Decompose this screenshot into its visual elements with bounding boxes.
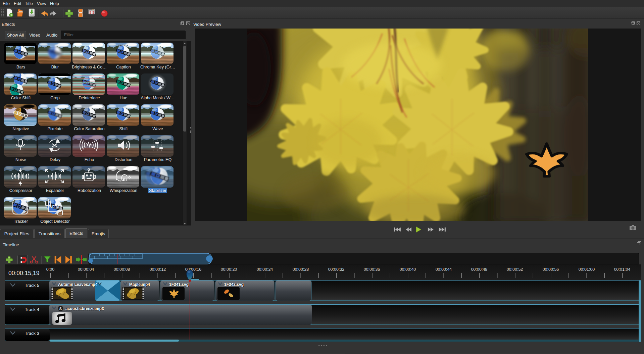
svg-text:ABC 123: ABC 123: [118, 44, 128, 47]
svg-text:BETA: BETA: [49, 205, 60, 209]
